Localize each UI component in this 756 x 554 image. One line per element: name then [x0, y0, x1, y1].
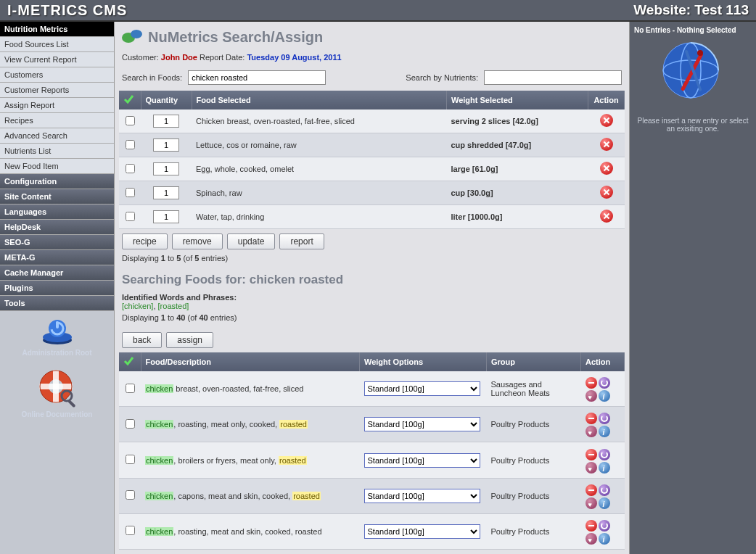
weight-select[interactable]: Standard [100g]: [364, 453, 480, 468]
info-icon[interactable]: [599, 390, 610, 402]
weight-select[interactable]: Standard [100g]: [364, 381, 480, 396]
search-foods-label: Search in Foods:: [122, 73, 182, 82]
weight-select[interactable]: Standard [100g]: [364, 417, 480, 431]
table-row: Lettuce, cos or romaine, rawcup shredded…: [119, 133, 625, 157]
assign-button[interactable]: assign: [166, 332, 213, 348]
favorite-icon[interactable]: [586, 426, 597, 437]
row-checkbox[interactable]: [126, 384, 135, 393]
report-button[interactable]: report: [279, 233, 324, 249]
link-icon[interactable]: [599, 449, 610, 460]
table-row: Egg, whole, cooked, omeletlarge [61.0g]: [119, 157, 625, 181]
rp-hint: Please insert a new entry or select an e…: [634, 117, 752, 133]
delete-icon[interactable]: [600, 162, 613, 175]
online-doc-label: Online Documention: [3, 410, 111, 418]
sidebar-item-assign-report[interactable]: Assign Report: [0, 98, 114, 113]
identified-block: Identified Words and Phrases: [chicken],…: [122, 293, 622, 310]
svg-rect-4: [56, 321, 59, 328]
info-icon[interactable]: [599, 497, 610, 509]
sidebar-section-languages[interactable]: Languages: [0, 204, 114, 220]
remove-icon[interactable]: [586, 377, 597, 389]
sidebar-section-seo-g[interactable]: SEO-G: [0, 235, 114, 250]
sidebar-item-food-sources[interactable]: Food Sources List: [0, 37, 114, 52]
back-button[interactable]: back: [122, 332, 162, 348]
link-icon[interactable]: [599, 377, 610, 389]
lifebuoy-icon: [38, 368, 77, 408]
sidebar-item-advanced-search[interactable]: Advanced Search: [0, 128, 114, 144]
page-title-text: NuMetrics Search/Assign: [148, 29, 323, 46]
favorite-icon[interactable]: [586, 462, 597, 474]
quantity-input[interactable]: [153, 210, 179, 223]
quantity-input[interactable]: [153, 115, 179, 128]
table-row: chicken, capons, meat and skin, cooked, …: [119, 478, 625, 513]
group-cell: Poultry Products: [487, 442, 581, 478]
quantity-input[interactable]: [153, 186, 179, 199]
link-icon[interactable]: [599, 413, 610, 424]
search-nutrients-input[interactable]: [484, 70, 622, 85]
group-cell: Poultry Products: [487, 478, 581, 513]
sidebar-header[interactable]: Nutrition Metrics: [0, 22, 114, 37]
info-icon[interactable]: [599, 533, 610, 545]
logo: I-METRICS CMS: [7, 2, 127, 19]
page-title: NuMetrics Search/Assign: [122, 29, 625, 46]
sidebar-section-site-content[interactable]: Site Content: [0, 189, 114, 204]
link-icon[interactable]: [599, 484, 610, 496]
quantity-input[interactable]: [153, 138, 179, 152]
remove-icon[interactable]: [586, 413, 597, 424]
check-all-results-icon[interactable]: [123, 356, 133, 366]
favorite-icon[interactable]: [586, 497, 597, 509]
table-row: chicken breast, oven-roasted, fat-free, …: [119, 371, 625, 407]
desc-cell: chicken breast, oven-roasted, fat-free, …: [141, 371, 360, 407]
info-icon[interactable]: [599, 426, 610, 437]
remove-icon[interactable]: [586, 484, 597, 496]
th-action: Action: [588, 91, 625, 109]
sidebar-item-customer-reports[interactable]: Customer Reports: [0, 83, 114, 98]
online-doc-block[interactable]: Online Documention: [0, 363, 114, 424]
sidebar-section-cache[interactable]: Cache Manager: [0, 265, 114, 281]
identified-label: Identified Words and Phrases:: [122, 293, 237, 302]
favorite-icon[interactable]: [586, 390, 597, 402]
recipe-button[interactable]: recipe: [122, 233, 168, 249]
delete-icon[interactable]: [600, 138, 613, 151]
weight-select[interactable]: Standard [100g]: [364, 524, 480, 539]
sidebar-item-customers[interactable]: Customers: [0, 67, 114, 83]
row-checkbox[interactable]: [126, 455, 135, 464]
delete-icon[interactable]: [600, 186, 613, 199]
row-checkbox[interactable]: [126, 526, 135, 535]
sidebar-item-nutrients-list[interactable]: Nutrients List: [0, 144, 114, 159]
remove-icon[interactable]: [586, 520, 597, 532]
site-name: Website: Test 113: [633, 2, 749, 18]
sidebar-section-tools[interactable]: Tools: [0, 296, 114, 311]
sidebar-section-configuration[interactable]: Configuration: [0, 174, 114, 189]
admin-root-block[interactable]: Administration Root: [0, 311, 114, 363]
row-checkbox[interactable]: [126, 116, 135, 125]
row-checkbox[interactable]: [126, 212, 135, 221]
delete-icon[interactable]: [600, 210, 613, 223]
row-checkbox[interactable]: [126, 188, 135, 197]
sidebar-item-recipes[interactable]: Recipes: [0, 113, 114, 128]
weight-select[interactable]: Standard [100g]: [364, 489, 480, 503]
link-icon[interactable]: [599, 520, 610, 532]
remove-button[interactable]: remove: [172, 233, 223, 249]
display-selected-text: Displaying 1 to 5 (of 5 entries): [122, 254, 622, 262]
sidebar-item-view-report[interactable]: View Current Report: [0, 52, 114, 67]
update-button[interactable]: update: [227, 233, 276, 249]
info-icon[interactable]: [599, 462, 610, 474]
favorite-icon[interactable]: [586, 533, 597, 545]
sidebar-section-plugins[interactable]: Plugins: [0, 281, 114, 296]
quantity-input[interactable]: [153, 162, 179, 175]
sidebar-section-meta-g[interactable]: META-G: [0, 250, 114, 265]
check-all-icon[interactable]: [123, 94, 133, 104]
weight-cell: large [61.0g]: [447, 157, 588, 181]
search-foods-input[interactable]: [188, 70, 326, 85]
delete-icon[interactable]: [600, 114, 613, 127]
sidebar-section-helpdesk[interactable]: HelpDesk: [0, 220, 114, 235]
food-cell: Water, tap, drinking: [192, 205, 447, 229]
row-checkbox[interactable]: [126, 140, 135, 149]
remove-icon[interactable]: [586, 449, 597, 460]
sidebar-item-new-food[interactable]: New Food Item: [0, 159, 114, 174]
table-row: Chicken breast, oven-roasted, fat-free, …: [119, 109, 625, 133]
row-checkbox[interactable]: [126, 419, 135, 429]
row-checkbox[interactable]: [126, 164, 135, 173]
row-checkbox[interactable]: [126, 490, 135, 500]
food-cell: Egg, whole, cooked, omelet: [192, 157, 447, 181]
